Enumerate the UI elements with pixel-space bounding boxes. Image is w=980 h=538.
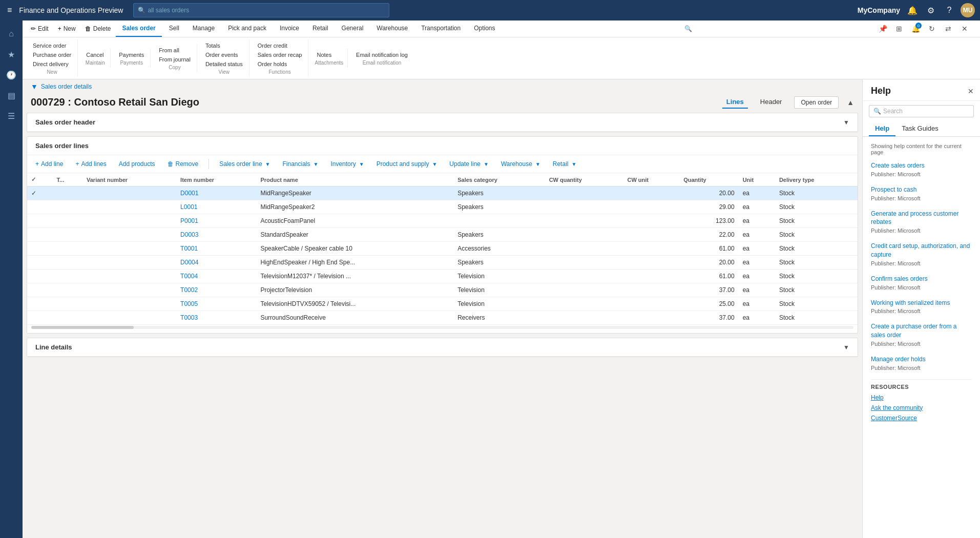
- col-cw-unit[interactable]: CW unit: [623, 173, 679, 187]
- help-resource-link[interactable]: CustomerSource: [871, 415, 972, 422]
- ribbon-purchase-order-btn[interactable]: Purchase order: [31, 51, 73, 59]
- tab-header[interactable]: Header: [756, 96, 786, 109]
- collapse-icon[interactable]: ▲: [847, 98, 854, 107]
- cell-item[interactable]: D0004: [176, 256, 256, 270]
- ribbon-sales-order-recap-btn[interactable]: Sales order recap: [256, 51, 304, 59]
- ribbon-from-all-btn[interactable]: From all: [157, 46, 193, 54]
- table-row[interactable]: T0001 SpeakerCable / Speaker cable 10 Ac…: [27, 242, 858, 256]
- ribbon-new-btn[interactable]: + New: [54, 22, 80, 35]
- table-row[interactable]: D0004 HighEndSpeaker / High End Spe... S…: [27, 256, 858, 270]
- help-close-icon[interactable]: ✕: [968, 87, 974, 95]
- ribbon-email-notification-log-btn[interactable]: Email notification log: [354, 51, 410, 59]
- add-lines-button[interactable]: + Add lines: [71, 158, 110, 170]
- ribbon-tab-sell[interactable]: Sell: [163, 20, 185, 37]
- notification-icon[interactable]: 🔔: [905, 3, 920, 17]
- col-delivery[interactable]: Delivery type: [775, 173, 858, 187]
- help-tab-help[interactable]: Help: [869, 121, 895, 136]
- help-item-link[interactable]: Credit card setup, authorization, and ca…: [871, 242, 972, 259]
- ribbon-pin-icon[interactable]: 📌: [875, 22, 890, 36]
- add-line-button[interactable]: + Add line: [31, 158, 67, 170]
- cell-item[interactable]: T0003: [176, 311, 256, 325]
- ribbon-alerts-icon[interactable]: 🔔 0: [908, 22, 923, 36]
- ribbon-tab-retail[interactable]: Retail: [306, 20, 335, 37]
- col-qty[interactable]: Quantity: [679, 173, 739, 187]
- col-variant[interactable]: Variant number: [82, 173, 176, 187]
- product-and-supply-dropdown[interactable]: Product and supply ▼: [372, 158, 442, 170]
- cell-item[interactable]: L0001: [176, 200, 256, 214]
- breadcrumb-link[interactable]: Sales order details: [41, 83, 92, 90]
- global-search-input[interactable]: [148, 7, 385, 14]
- add-products-button[interactable]: Add products: [115, 158, 159, 170]
- ribbon-delete-btn[interactable]: 🗑 Delete: [81, 22, 115, 35]
- cell-item[interactable]: T0002: [176, 283, 256, 297]
- col-unit[interactable]: Unit: [739, 173, 775, 187]
- ribbon-sync-icon[interactable]: ⇄: [941, 22, 955, 36]
- table-row[interactable]: T0003 SurroundSoundReceive Receivers 37.…: [27, 311, 858, 325]
- sidebar-item-recent[interactable]: 🕐: [2, 66, 20, 84]
- ribbon-order-credit-btn[interactable]: Order credit: [256, 42, 304, 50]
- cell-item[interactable]: P0001: [176, 214, 256, 228]
- ribbon-refresh-icon[interactable]: ↻: [925, 22, 939, 36]
- ribbon-tab-invoice[interactable]: Invoice: [274, 20, 305, 37]
- col-product[interactable]: Product name: [256, 173, 453, 187]
- help-resource-link[interactable]: Ask the community: [871, 404, 972, 411]
- inventory-dropdown[interactable]: Inventory ▼: [326, 158, 368, 170]
- ribbon-close-icon[interactable]: ✕: [957, 22, 972, 36]
- section-lines-header[interactable]: Sales order lines: [27, 137, 858, 155]
- horizontal-scrollbar[interactable]: [31, 326, 853, 329]
- filter-icon[interactable]: ▼: [31, 82, 38, 91]
- help-tab-task-guides[interactable]: Task Guides: [895, 121, 945, 136]
- table-row[interactable]: L0001 MidRangeSpeaker2 Speakers 29.00 ea…: [27, 200, 858, 214]
- help-item-link[interactable]: Generate and process customer rebates: [871, 210, 972, 227]
- help-search-input[interactable]: [883, 108, 969, 115]
- ribbon-tab-general[interactable]: General: [336, 20, 370, 37]
- ribbon-tab-transportation[interactable]: Transportation: [415, 20, 467, 37]
- open-order-button[interactable]: Open order: [794, 96, 839, 109]
- cell-item[interactable]: T0004: [176, 270, 256, 283]
- help-icon[interactable]: ?: [942, 3, 956, 17]
- section-sales-order-header-toggle[interactable]: Sales order header ▼: [27, 113, 858, 132]
- hamburger-icon[interactable]: ≡: [5, 4, 14, 17]
- cell-item[interactable]: T0001: [176, 242, 256, 256]
- table-row[interactable]: P0001 AcousticFoamPanel 123.00 ea Stock: [27, 214, 858, 228]
- ribbon-tab-options[interactable]: Options: [468, 20, 501, 37]
- ribbon-edit-btn[interactable]: ✏ Edit: [27, 22, 53, 35]
- ribbon-totals-btn[interactable]: Totals: [203, 42, 245, 50]
- table-row[interactable]: T0002 ProjectorTelevision Television 37.…: [27, 283, 858, 297]
- ribbon-tab-manage[interactable]: Manage: [186, 20, 221, 37]
- warehouse-dropdown[interactable]: Warehouse ▼: [497, 158, 545, 170]
- help-search-bar[interactable]: 🔍: [869, 105, 974, 117]
- col-t[interactable]: T...: [53, 173, 82, 187]
- retail-dropdown[interactable]: Retail ▼: [549, 158, 581, 170]
- ribbon-payments-btn[interactable]: Payments: [117, 51, 146, 59]
- sidebar-item-menu[interactable]: ☰: [2, 107, 20, 125]
- tab-lines[interactable]: Lines: [722, 96, 748, 109]
- cell-item[interactable]: D0003: [176, 228, 256, 242]
- sidebar-item-home[interactable]: ⌂: [2, 25, 20, 43]
- avatar[interactable]: MU: [961, 3, 975, 17]
- table-row[interactable]: T0005 TelevisionHDTVX59052 / Televisi...…: [27, 297, 858, 311]
- ribbon-order-holds-btn[interactable]: Order holds: [256, 60, 304, 68]
- remove-button[interactable]: 🗑 Remove: [163, 158, 203, 170]
- section-line-details-header[interactable]: Line details ▼: [27, 338, 858, 357]
- ribbon-expand-icon[interactable]: ⊞: [892, 22, 906, 36]
- ribbon-direct-delivery-btn[interactable]: Direct delivery: [31, 60, 73, 68]
- help-item-link[interactable]: Confirm sales orders: [871, 275, 972, 283]
- ribbon-from-journal-btn[interactable]: From journal: [157, 55, 193, 64]
- ribbon-cancel-btn[interactable]: Cancel: [84, 51, 106, 59]
- ribbon-service-order-btn[interactable]: Service order: [31, 42, 73, 50]
- col-item[interactable]: Item number: [176, 173, 256, 187]
- table-row[interactable]: T0004 TelevisionM12037* / Television ...…: [27, 270, 858, 283]
- help-item-link[interactable]: Create a purchase order from a sales ord…: [871, 322, 972, 340]
- ribbon-tab-warehouse[interactable]: Warehouse: [370, 20, 414, 37]
- help-item-link[interactable]: Working with serialized items: [871, 299, 972, 307]
- table-row[interactable]: ✓ D0001 MidRangeSpeaker Speakers 20.00 e…: [27, 187, 858, 200]
- help-item-link[interactable]: Manage order holds: [871, 355, 972, 364]
- help-resource-link[interactable]: Help: [871, 394, 972, 401]
- col-cw-qty[interactable]: CW quantity: [545, 173, 623, 187]
- ribbon-notes-btn[interactable]: Notes: [315, 51, 343, 59]
- ribbon-tab-sales-order[interactable]: Sales order: [116, 20, 161, 37]
- ribbon-tab-pick-and-pack[interactable]: Pick and pack: [222, 20, 273, 37]
- financials-dropdown[interactable]: Financials ▼: [278, 158, 322, 170]
- table-row[interactable]: D0003 StandardSpeaker Speakers 22.00 ea …: [27, 228, 858, 242]
